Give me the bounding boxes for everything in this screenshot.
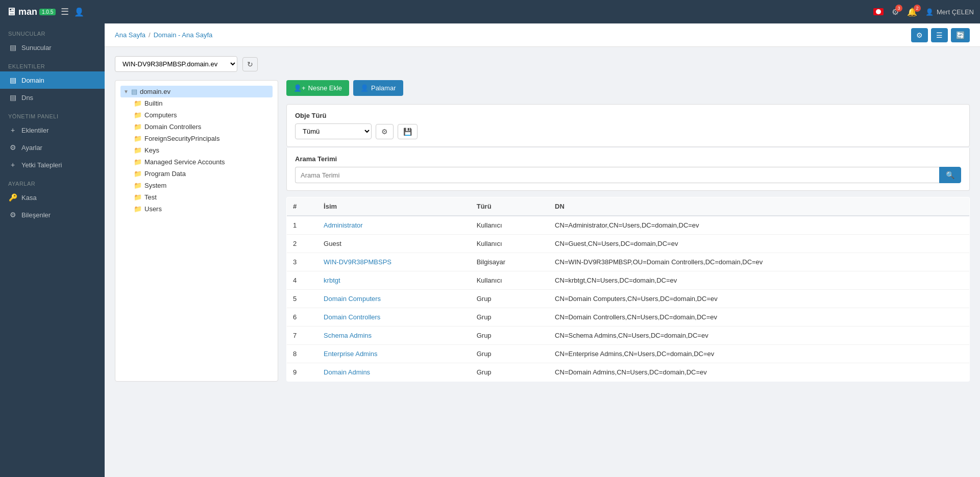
table-row: 9Domain AdminsGrupCN=Domain Admins,CN=Us… bbox=[287, 363, 970, 382]
cell-name-5[interactable]: Domain Controllers bbox=[317, 308, 471, 327]
cell-name-3[interactable]: krbtgt bbox=[317, 271, 471, 290]
table-header: #İsimTürüDN bbox=[287, 197, 970, 216]
add-object-button[interactable]: 👤+ Nesne Ekle bbox=[286, 80, 349, 96]
logo-icon: 🖥 bbox=[6, 6, 16, 18]
sidebar-icon-yetki-talepleri: + bbox=[8, 161, 17, 169]
tree-item-8[interactable]: 📁Test bbox=[131, 191, 273, 203]
breadcrumb-separator: / bbox=[149, 31, 151, 39]
flag-icon bbox=[873, 8, 884, 15]
bell-badge: 2 bbox=[914, 5, 921, 12]
object-type-select[interactable]: TümüKullanıcıGrupBilgisayar bbox=[295, 123, 372, 139]
cell-num-8: 9 bbox=[287, 363, 318, 382]
tree-item-label-9: Users bbox=[144, 205, 162, 213]
sidebar-item-dns[interactable]: ▤Dns bbox=[0, 89, 105, 106]
tree-item-2[interactable]: 📁Domain Controllers bbox=[131, 121, 273, 133]
cell-name-4[interactable]: Domain Computers bbox=[317, 290, 471, 308]
topbar-btn-3[interactable]: 🔄 bbox=[951, 28, 970, 42]
tree-item-4[interactable]: 📁Keys bbox=[131, 144, 273, 156]
search-button[interactable]: 🔍 bbox=[939, 167, 961, 183]
cell-type-3: Kullanıcı bbox=[471, 271, 549, 290]
cell-name-7[interactable]: Enterprise Admins bbox=[317, 345, 471, 363]
sidebar-label-eklentiler: Eklentiler bbox=[21, 127, 48, 134]
gear-icon[interactable]: ⚙ 3 bbox=[892, 7, 899, 17]
sidebar-icon-dns: ▤ bbox=[8, 93, 17, 102]
sidebar-item-bilesenler[interactable]: ⚙Bileşenler bbox=[0, 206, 105, 223]
palamar-button[interactable]: 👤 Palamar bbox=[353, 80, 403, 96]
main-layout: Sunucular▤SunucularEklentiler▤Domain▤Dns… bbox=[0, 23, 980, 477]
tree-item-label-6: Program Data bbox=[144, 170, 186, 178]
sidebar-label-ayarlar: Ayarlar bbox=[21, 144, 42, 152]
tree-item-label-1: Computers bbox=[144, 111, 177, 119]
sidebar-item-domain[interactable]: ▤Domain bbox=[0, 71, 105, 89]
tree-item-label-0: Builtin bbox=[144, 99, 162, 107]
cell-num-5: 6 bbox=[287, 308, 318, 327]
cell-name-0[interactable]: Administrator bbox=[317, 216, 471, 235]
cell-name-2[interactable]: WIN-DV9R38PMBSPS bbox=[317, 253, 471, 271]
app-logo: 🖥 man 1.0.5 bbox=[6, 6, 56, 18]
tree-root[interactable]: ▼▤domain.ev bbox=[120, 86, 273, 97]
name-link-3[interactable]: krbtgt bbox=[324, 277, 340, 284]
sidebar-item-yetki-talepleri[interactable]: +Yetki Talepleri bbox=[0, 156, 105, 173]
add-object-label: Nesne Ekle bbox=[308, 84, 342, 92]
domain-select[interactable]: WIN-DV9R38PMBSP.domain.ev bbox=[115, 56, 237, 72]
name-link-7[interactable]: Enterprise Admins bbox=[324, 350, 378, 358]
sidebar-icon-ayarlar: ⚙ bbox=[8, 143, 17, 152]
sidebar-item-kasa[interactable]: 🔑Kasa bbox=[0, 189, 105, 206]
cell-name-8[interactable]: Domain Admins bbox=[317, 363, 471, 382]
cell-dn-7: CN=Enterprise Admins,CN=Users,DC=domain,… bbox=[549, 345, 969, 363]
name-link-6[interactable]: Schema Admins bbox=[324, 332, 372, 339]
cell-name-6[interactable]: Schema Admins bbox=[317, 327, 471, 345]
palamar-label: Palamar bbox=[371, 84, 396, 92]
column-dn: DN bbox=[549, 197, 969, 216]
cell-type-7: Grup bbox=[471, 345, 549, 363]
split-layout: ▼▤domain.ev📁Builtin📁Computers📁Domain Con… bbox=[115, 80, 970, 382]
breadcrumb: Ana Sayfa / Domain - Ana Sayfa bbox=[115, 31, 212, 39]
cell-dn-8: CN=Domain Admins,CN=Users,DC=domain,DC=e… bbox=[549, 363, 969, 382]
column-tr: Türü bbox=[471, 197, 549, 216]
filter-row: TümüKullanıcıGrupBilgisayar ⚙ 💾 bbox=[295, 123, 961, 139]
user-circle-icon[interactable]: 👤 bbox=[74, 7, 84, 17]
name-link-4[interactable]: Domain Computers bbox=[324, 295, 381, 303]
name-link-5[interactable]: Domain Controllers bbox=[324, 313, 380, 321]
username: Mert ÇELEN bbox=[937, 8, 974, 16]
name-link-2[interactable]: WIN-DV9R38PMBSPS bbox=[324, 258, 391, 266]
tree-item-0[interactable]: 📁Builtin bbox=[131, 97, 273, 109]
name-link-8[interactable]: Domain Admins bbox=[324, 368, 370, 376]
tree-item-label-2: Domain Controllers bbox=[144, 123, 201, 131]
sidebar-label-sunucular: Sunucular bbox=[21, 44, 52, 52]
filter-gear-button[interactable]: ⚙ bbox=[376, 124, 394, 139]
app-name: man bbox=[18, 7, 37, 17]
cell-type-6: Grup bbox=[471, 327, 549, 345]
cell-dn-2: CN=WIN-DV9R38PMBSP,OU=Domain Controllers… bbox=[549, 253, 969, 271]
cell-dn-5: CN=Domain Controllers,CN=Users,DC=domain… bbox=[549, 308, 969, 327]
cell-dn-0: CN=Administrator,CN=Users,DC=domain,DC=e… bbox=[549, 216, 969, 235]
folder-icon-3: 📁 bbox=[134, 135, 142, 142]
cell-dn-3: CN=krbtgt,CN=Users,DC=domain,DC=ev bbox=[549, 271, 969, 290]
table-row: 6Domain ControllersGrupCN=Domain Control… bbox=[287, 308, 970, 327]
user-menu[interactable]: 👤 Mert ÇELEN bbox=[925, 8, 974, 16]
table-row: 1AdministratorKullanıcıCN=Administrator,… bbox=[287, 216, 970, 235]
sidebar-item-eklentiler[interactable]: +Eklentiler bbox=[0, 121, 105, 139]
folder-icon-0: 📁 bbox=[134, 99, 142, 107]
topbar-btn-1[interactable]: ⚙ bbox=[911, 28, 928, 42]
bell-icon[interactable]: 🔔 2 bbox=[907, 7, 917, 17]
name-link-0[interactable]: Administrator bbox=[324, 221, 363, 229]
search-input[interactable] bbox=[295, 167, 939, 183]
sidebar-item-sunucular[interactable]: ▤Sunucular bbox=[0, 39, 105, 56]
action-buttons: 👤+ Nesne Ekle 👤 Palamar bbox=[286, 80, 970, 96]
table-row: 5Domain ComputersGrupCN=Domain Computers… bbox=[287, 290, 970, 308]
topbar-btn-2[interactable]: ☰ bbox=[931, 28, 948, 42]
sidebar-section-title: Eklentiler bbox=[0, 56, 105, 71]
tree-item-7[interactable]: 📁System bbox=[131, 180, 273, 191]
menu-icon[interactable]: ☰ bbox=[61, 6, 69, 17]
tree-item-6[interactable]: 📁Program Data bbox=[131, 168, 273, 180]
refresh-button[interactable]: ↻ bbox=[242, 57, 258, 71]
tree-item-5[interactable]: 📁Managed Service Accounts bbox=[131, 156, 273, 168]
tree-item-9[interactable]: 📁Users bbox=[131, 203, 273, 215]
tree-item-3[interactable]: 📁ForeignSecurityPrincipals bbox=[131, 133, 273, 144]
gear-badge: 3 bbox=[895, 5, 902, 12]
tree-item-1[interactable]: 📁Computers bbox=[131, 109, 273, 121]
breadcrumb-home[interactable]: Ana Sayfa bbox=[115, 31, 145, 39]
filter-save-button[interactable]: 💾 bbox=[398, 124, 418, 139]
sidebar-item-ayarlar[interactable]: ⚙Ayarlar bbox=[0, 139, 105, 156]
